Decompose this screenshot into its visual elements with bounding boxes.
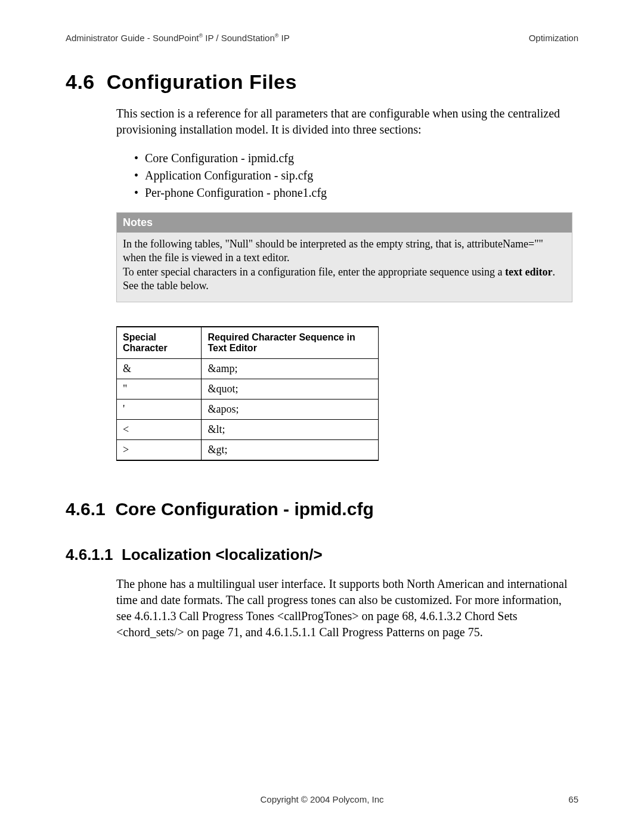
table-header-row: Special Character Required Character Seq…	[117, 327, 379, 359]
notes-p2b: text editor	[505, 266, 552, 278]
table-row: ' &apos;	[117, 399, 379, 419]
list-item: Application Configuration - sip.cfg	[134, 167, 578, 184]
page-content: 4.6 Configuration Files This section is …	[66, 60, 578, 652]
subsection-title: Core Configuration - ipmid.cfg	[115, 499, 373, 519]
subsubsection-number: 4.6.1.1	[66, 546, 113, 563]
cell-char: "	[117, 379, 202, 399]
page-footer: Copyright © 2004 Polycom, Inc 65	[66, 794, 578, 804]
cell-seq: &apos;	[202, 399, 379, 419]
notes-body: In the following tables, "Null" should b…	[117, 233, 572, 302]
cell-seq: &amp;	[202, 358, 379, 379]
header-left: Administrator Guide - SoundPoint® IP / S…	[66, 33, 290, 43]
subsection-heading: 4.6.1 Core Configuration - ipmid.cfg	[66, 499, 578, 519]
table-row: < &lt;	[117, 419, 379, 439]
footer-copyright: Copyright © 2004 Polycom, Inc	[66, 794, 578, 804]
list-item: Per-phone Configuration - phone1.cfg	[134, 184, 578, 202]
list-item: Core Configuration - ipmid.cfg	[134, 150, 578, 167]
table-header-sequence: Required Character Sequence in Text Edit…	[202, 327, 379, 359]
cell-char: '	[117, 399, 202, 419]
table-row: & &amp;	[117, 358, 379, 379]
section-intro: This section is a reference for all para…	[116, 106, 572, 138]
table-row: > &gt;	[117, 439, 379, 460]
notes-header: Notes	[117, 213, 572, 233]
table-header-special-character: Special Character	[117, 327, 202, 359]
cell-char: &	[117, 358, 202, 379]
document-page: Administrator Guide - SoundPoint® IP / S…	[0, 0, 644, 833]
notes-box: Notes In the following tables, "Null" sh…	[116, 212, 572, 302]
footer-page-number: 65	[568, 794, 578, 804]
notes-paragraph-2: To enter special characters in a configu…	[123, 265, 566, 293]
table-row: " &quot;	[117, 379, 379, 399]
subsubsection-heading: 4.6.1.1 Localization <localization/>	[66, 546, 578, 564]
section-heading: 4.6 Configuration Files	[66, 70, 578, 94]
cell-char: >	[117, 439, 202, 460]
cell-seq: &gt;	[202, 439, 379, 460]
section-bullet-list: Core Configuration - ipmid.cfg Applicati…	[134, 150, 578, 202]
section-number: 4.6	[66, 70, 95, 93]
section-title-text: Configuration Files	[107, 70, 297, 93]
special-character-table: Special Character Required Character Seq…	[116, 326, 379, 461]
page-header: Administrator Guide - SoundPoint® IP / S…	[66, 33, 578, 43]
subsubsection-title: Localization <localization/>	[122, 546, 323, 563]
cell-char: <	[117, 419, 202, 439]
notes-paragraph-1: In the following tables, "Null" should b…	[123, 237, 566, 265]
header-left-3: IP	[278, 33, 289, 43]
subsection-number: 4.6.1	[66, 499, 106, 519]
cell-seq: &quot;	[202, 379, 379, 399]
header-left-2: IP / SoundStation	[203, 33, 275, 43]
header-right: Optimization	[529, 33, 578, 43]
header-left-1: Administrator Guide - SoundPoint	[66, 33, 199, 43]
subsubsection-body: The phone has a multilingual user interf…	[116, 576, 572, 640]
notes-p2a: To enter special characters in a configu…	[123, 266, 505, 278]
cell-seq: &lt;	[202, 419, 379, 439]
